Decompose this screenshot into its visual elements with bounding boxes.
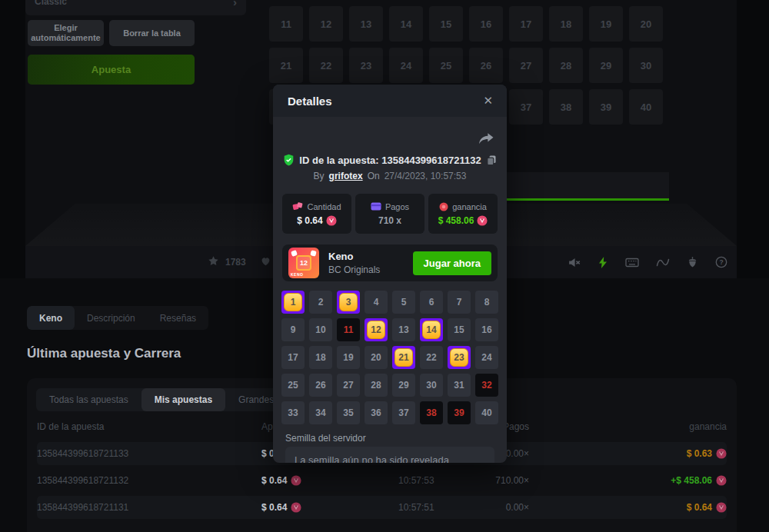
- board-number-tile[interactable]: 22: [309, 48, 343, 83]
- acorn-icon[interactable]: [687, 256, 698, 268]
- speaker-muted-icon[interactable]: [568, 256, 581, 269]
- play-now-button[interactable]: Jugar ahora: [413, 251, 491, 275]
- keno-number-tile[interactable]: 11: [337, 318, 360, 341]
- keno-number-tile[interactable]: 15: [448, 318, 471, 341]
- game-toolbar-icons: ?: [568, 256, 727, 269]
- keno-number-tile[interactable]: 7: [448, 291, 471, 314]
- board-number-tile[interactable]: 11: [269, 6, 303, 42]
- board-number-tile[interactable]: 27: [509, 48, 543, 83]
- keno-number-tile[interactable]: 30: [420, 374, 443, 397]
- board-number-tile[interactable]: 39: [589, 89, 623, 125]
- board-number-tile[interactable]: 26: [469, 48, 503, 83]
- board-number-tile[interactable]: 21: [269, 48, 303, 83]
- medal-icon: [439, 202, 448, 211]
- keno-number-tile[interactable]: 1: [281, 291, 305, 314]
- auto-pick-button[interactable]: Elegir automáticamente: [28, 20, 104, 46]
- keno-hit-number: 12: [367, 321, 385, 339]
- board-number-tile[interactable]: 18: [549, 6, 583, 42]
- board-number-tile[interactable]: 37: [509, 89, 543, 125]
- keno-number-tile[interactable]: 14: [420, 318, 443, 341]
- board-number-tile[interactable]: 28: [549, 48, 583, 83]
- keno-number-tile[interactable]: 13: [392, 318, 415, 341]
- username-link[interactable]: grifotex: [329, 171, 363, 181]
- keno-number-tile[interactable]: 36: [365, 401, 388, 424]
- bet-id-text: ID de la apuesta: 135844399618721132: [299, 155, 481, 166]
- lightning-icon[interactable]: [598, 256, 608, 269]
- stat-label: ganancia: [452, 202, 487, 211]
- keno-number-tile[interactable]: 8: [475, 291, 498, 314]
- keno-number-tile[interactable]: 24: [475, 346, 498, 369]
- svg-text:?: ?: [719, 258, 723, 266]
- game-mode-select[interactable]: Classic ›: [25, 0, 246, 15]
- share-icon[interactable]: [478, 132, 494, 149]
- keno-number-tile[interactable]: 27: [337, 374, 360, 397]
- board-number-tile[interactable]: 38: [549, 89, 583, 125]
- keno-number-tile[interactable]: 20: [365, 346, 388, 369]
- board-number-tile[interactable]: 23: [349, 48, 383, 83]
- wave-icon[interactable]: [656, 257, 670, 268]
- keno-number-tile[interactable]: 21: [392, 346, 415, 369]
- bets-tab[interactable]: Mis apuestas: [141, 388, 225, 411]
- keno-number-tile[interactable]: 16: [475, 318, 498, 341]
- bet-row[interactable]: 135844399618721131$ 0.6410:57:510.00×$ 0…: [37, 496, 727, 519]
- bet-button[interactable]: Apuesta: [28, 55, 195, 85]
- keno-number-tile[interactable]: 38: [420, 401, 443, 424]
- keno-number-tile[interactable]: 34: [309, 401, 332, 424]
- clear-table-button[interactable]: Borrar la tabla: [109, 20, 195, 46]
- keno-number-tile[interactable]: 12: [365, 318, 388, 341]
- keno-number-tile[interactable]: 22: [420, 346, 443, 369]
- board-number-tile[interactable]: 40: [629, 89, 663, 125]
- keno-number-tile[interactable]: 26: [309, 374, 332, 397]
- bet-row[interactable]: 135844399618721132$ 0.6410:57:53710.00×+…: [37, 469, 727, 492]
- keno-number-tile[interactable]: 40: [475, 401, 498, 424]
- board-number-tile[interactable]: 12: [309, 6, 343, 42]
- keno-number-tile[interactable]: 18: [309, 346, 332, 369]
- board-number-tile[interactable]: 25: [429, 48, 463, 83]
- keno-number-tile[interactable]: 23: [448, 346, 471, 369]
- copy-icon[interactable]: [486, 155, 497, 166]
- keno-number-tile[interactable]: 39: [448, 401, 471, 424]
- keno-number-tile[interactable]: 32: [475, 374, 498, 397]
- keno-number-tile[interactable]: 29: [392, 374, 415, 397]
- board-number-tile[interactable]: 19: [589, 6, 623, 42]
- help-icon[interactable]: ?: [715, 256, 727, 268]
- keno-number-tile[interactable]: 17: [281, 346, 305, 369]
- keno-number-tile[interactable]: 4: [365, 291, 388, 314]
- keno-number-tile[interactable]: 35: [337, 401, 360, 424]
- board-number-tile[interactable]: 17: [509, 6, 543, 42]
- board-number-tile[interactable]: 20: [629, 6, 663, 42]
- board-number-tile[interactable]: 24: [389, 48, 423, 83]
- board-number-tile[interactable]: 15: [429, 6, 463, 42]
- keno-number-tile[interactable]: 9: [281, 318, 305, 341]
- bets-tab[interactable]: Todas las apuestas: [36, 388, 141, 411]
- keno-number-tile[interactable]: 6: [420, 291, 443, 314]
- bet-stats-row: Cantidad$ 0.64Pagos710 xganancia$ 458.06: [282, 194, 498, 234]
- heart-icon[interactable]: [260, 255, 271, 269]
- star-icon[interactable]: [208, 255, 219, 269]
- keno-number-tile[interactable]: 25: [281, 374, 305, 397]
- board-number-tile[interactable]: 29: [589, 48, 623, 83]
- stat-label: Cantidad: [307, 202, 341, 211]
- board-number-tile[interactable]: 30: [629, 48, 663, 83]
- keno-icon-label: KENO: [291, 272, 303, 277]
- board-number-tile[interactable]: 16: [469, 6, 503, 42]
- board-number-tile[interactable]: 13: [349, 6, 383, 42]
- keno-number-tile[interactable]: 31: [448, 374, 471, 397]
- keno-number-tile[interactable]: 5: [392, 291, 415, 314]
- bet-id-cell: 135844399618721131: [37, 502, 261, 513]
- keno-number-tile[interactable]: 19: [337, 346, 360, 369]
- tab-keno[interactable]: Keno: [27, 306, 75, 330]
- game-info-tabs: KenoDescripciónReseñas: [27, 306, 208, 330]
- tab-reseñas[interactable]: Reseñas: [148, 306, 208, 330]
- keno-number-tile[interactable]: 2: [309, 291, 332, 314]
- keno-number-tile[interactable]: 33: [281, 401, 305, 424]
- server-seed-field[interactable]: La semilla aún no ha sido revelada: [285, 447, 494, 463]
- keno-number-tile[interactable]: 28: [365, 374, 388, 397]
- keno-number-tile[interactable]: 37: [392, 401, 415, 424]
- keno-number-tile[interactable]: 3: [337, 291, 360, 314]
- keyboard-icon[interactable]: [625, 257, 639, 268]
- tab-descripción[interactable]: Descripción: [75, 306, 148, 330]
- close-icon[interactable]: ✕: [483, 94, 493, 108]
- keno-number-tile[interactable]: 10: [309, 318, 332, 341]
- board-number-tile[interactable]: 14: [389, 6, 423, 42]
